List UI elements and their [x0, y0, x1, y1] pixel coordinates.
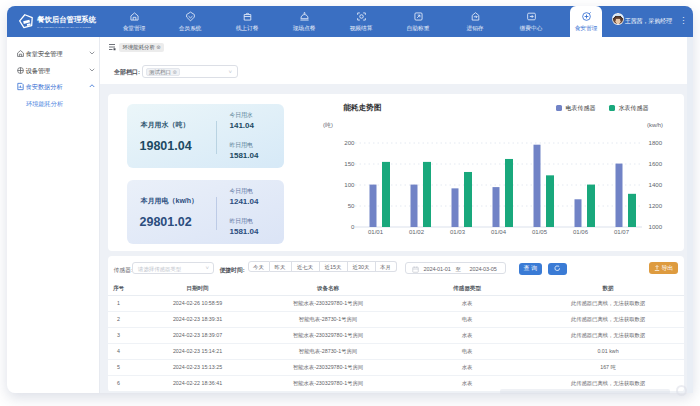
svg-text:(kw/h): (kw/h): [646, 122, 662, 128]
svg-text:1400: 1400: [648, 181, 662, 188]
svg-text:01/07: 01/07: [613, 229, 629, 235]
svg-text:01/04: 01/04: [490, 229, 506, 235]
svg-text:1200: 1200: [648, 202, 662, 209]
svg-text:01/06: 01/06: [572, 229, 588, 235]
svg-text:01/01: 01/01: [367, 229, 383, 235]
svg-text:1000: 1000: [648, 223, 662, 230]
svg-text:1600: 1600: [648, 160, 662, 167]
svg-text:200: 200: [344, 139, 355, 146]
svg-text:100: 100: [344, 181, 355, 188]
svg-text:50: 50: [347, 202, 354, 209]
svg-text:0: 0: [351, 223, 355, 230]
svg-text:1800: 1800: [648, 139, 662, 146]
svg-text:(吨): (吨): [323, 122, 333, 128]
svg-text:150: 150: [344, 160, 355, 167]
svg-text:01/05: 01/05: [531, 229, 547, 235]
svg-text:01/02: 01/02: [408, 229, 424, 235]
svg-text:01/03: 01/03: [449, 229, 465, 235]
